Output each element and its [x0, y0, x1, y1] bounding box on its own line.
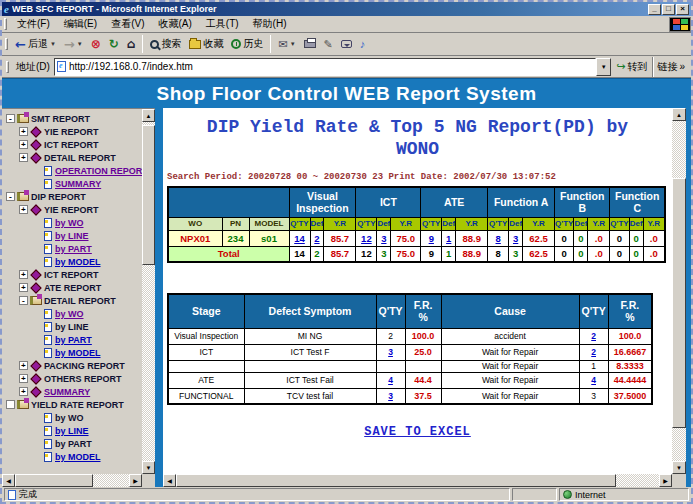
tree-vertical-scrollbar[interactable]: ▲ ▼: [142, 109, 155, 474]
go-button[interactable]: ↪ 转到: [611, 57, 652, 77]
discuss-button[interactable]: [337, 34, 356, 54]
tree-horizontal-scrollbar[interactable]: ◀ ▶: [2, 474, 142, 487]
qty-value-link[interactable]: 3: [388, 347, 393, 357]
tree-expand-toggle[interactable]: +: [19, 205, 28, 214]
home-button[interactable]: ⌂: [123, 34, 140, 54]
tree-expand-toggle[interactable]: [6, 400, 15, 409]
tree-item-label[interactable]: by MODEL: [55, 257, 101, 267]
report-hscroll-thumb[interactable]: [176, 474, 616, 487]
menu-a[interactable]: 收藏(A): [151, 16, 198, 32]
tree-item-label[interactable]: YIE REPORT: [44, 205, 99, 215]
address-input[interactable]: http://192.168.0.7/index.htm: [54, 58, 596, 76]
tree-expand-toggle[interactable]: -: [6, 114, 15, 123]
tree-item-label[interactable]: by PART: [55, 439, 92, 449]
tree-item-label[interactable]: by LINE: [55, 231, 89, 241]
qty-value-link[interactable]: 14: [294, 233, 305, 244]
menu-v[interactable]: 查看(V): [104, 16, 151, 32]
tree-item-label[interactable]: OTHERS REPORT: [44, 374, 122, 384]
mail-button[interactable]: ✉▼: [274, 34, 299, 54]
tree-item-label[interactable]: by PART: [55, 244, 92, 254]
tree-expand-toggle[interactable]: +: [19, 127, 28, 136]
tree-item-label[interactable]: by WO: [55, 413, 84, 423]
edit-button[interactable]: ✎: [320, 34, 337, 54]
tree-item-label[interactable]: by WO: [55, 218, 84, 228]
menu-h[interactable]: 帮助(H): [246, 16, 294, 32]
tree-expand-toggle[interactable]: +: [19, 374, 28, 383]
save-to-excel-link[interactable]: SAVE TO EXCEL: [364, 425, 471, 439]
tree-item-label[interactable]: by PART: [55, 335, 92, 345]
cause-qty-value-link[interactable]: 4: [591, 375, 596, 385]
tree-hscroll-thumb[interactable]: [15, 474, 93, 487]
tree-item-label[interactable]: OPERATION REPORT: [55, 166, 142, 176]
menu-t[interactable]: 工具(T): [199, 16, 246, 32]
scroll-left-icon[interactable]: ◀: [163, 474, 176, 487]
refresh-button[interactable]: ↻: [105, 34, 123, 54]
forward-dropdown-icon[interactable]: ▼: [77, 41, 83, 47]
tree-item-label[interactable]: ICT REPORT: [44, 270, 99, 280]
scroll-right-icon[interactable]: ▶: [659, 474, 672, 487]
cause-qty-value-link[interactable]: 2: [591, 331, 596, 341]
tree-expand-toggle[interactable]: +: [19, 270, 28, 279]
favorites-button[interactable]: 收藏: [185, 34, 227, 54]
back-dropdown-icon[interactable]: ▼: [50, 41, 56, 47]
tree-vscroll-thumb[interactable]: [142, 125, 155, 265]
tree-expand-toggle[interactable]: +: [19, 140, 28, 149]
back-button[interactable]: ← 后退 ▼: [11, 34, 60, 54]
tree-item-label[interactable]: SMT REPORT: [31, 114, 90, 124]
minimize-button[interactable]: _: [648, 4, 661, 15]
report-vertical-scrollbar[interactable]: ▲ ▼: [672, 108, 686, 474]
tree-expand-toggle[interactable]: +: [19, 387, 28, 396]
stop-button[interactable]: ⊗: [87, 34, 105, 54]
tree-item-label[interactable]: SUMMARY: [55, 179, 101, 189]
tree-item-label[interactable]: YIELD RATE REPORT: [31, 400, 124, 410]
tree-item-label[interactable]: SUMMARY: [44, 387, 90, 397]
def-value-link[interactable]: 3: [381, 233, 386, 244]
tree-item-label[interactable]: YIE REPORT: [44, 127, 99, 137]
media-button[interactable]: ♪: [356, 34, 370, 54]
def-value-link[interactable]: 2: [314, 233, 319, 244]
tree-item-label[interactable]: DETAIL REPORT: [44, 296, 116, 306]
cause-qty-value-link[interactable]: 2: [591, 347, 596, 357]
tree-item-label[interactable]: ATE REPORT: [44, 283, 101, 293]
tree-item-label[interactable]: DETAIL REPORT: [44, 153, 116, 163]
scroll-up-icon[interactable]: ▲: [142, 109, 155, 122]
tree-expand-toggle[interactable]: +: [19, 361, 28, 370]
print-button[interactable]: [300, 34, 320, 54]
tree-item-label[interactable]: by MODEL: [55, 348, 101, 358]
tree-expand-toggle[interactable]: -: [19, 296, 28, 305]
links-button[interactable]: 链接 »: [652, 57, 689, 77]
qty-value-link[interactable]: 9: [429, 233, 434, 244]
def-value-link[interactable]: 3: [513, 233, 518, 244]
qty-value-link[interactable]: 8: [496, 233, 501, 244]
scroll-left-icon[interactable]: ◀: [2, 474, 15, 487]
mail-dropdown-icon[interactable]: ▼: [290, 41, 296, 47]
address-dropdown-icon[interactable]: ▼: [596, 58, 611, 76]
close-button[interactable]: ×: [676, 4, 689, 15]
tree-item-label[interactable]: DIP REPORT: [31, 192, 86, 202]
tree-expand-toggle[interactable]: -: [6, 192, 15, 201]
scroll-down-icon[interactable]: ▼: [142, 461, 155, 474]
def-value-link[interactable]: 1: [446, 233, 451, 244]
report-horizontal-scrollbar[interactable]: ◀ ▶: [163, 474, 672, 487]
forward-button[interactable]: → ▼: [60, 34, 87, 54]
history-button[interactable]: 历史: [227, 34, 267, 54]
qty-value-link[interactable]: 12: [361, 233, 372, 244]
tree-expand-toggle[interactable]: +: [19, 283, 28, 292]
tree-item-label[interactable]: by LINE: [55, 426, 89, 436]
scroll-down-icon[interactable]: ▼: [672, 461, 686, 474]
qty-value-link[interactable]: 3: [388, 391, 393, 401]
frame-divider[interactable]: [155, 108, 163, 487]
search-button[interactable]: 搜索: [146, 34, 185, 54]
menu-f[interactable]: 文件(F): [10, 16, 57, 32]
tree-item-label[interactable]: by WO: [55, 309, 84, 319]
report-vscroll-thumb[interactable]: [672, 178, 686, 428]
tree-item-label[interactable]: ICT REPORT: [44, 140, 99, 150]
tree-item-label[interactable]: by LINE: [55, 322, 89, 332]
tree-expand-toggle[interactable]: +: [19, 153, 28, 162]
tree-item-label[interactable]: PACKING REPORT: [44, 361, 125, 371]
tree-item-label[interactable]: by MODEL: [55, 452, 101, 462]
scroll-up-icon[interactable]: ▲: [672, 108, 686, 121]
restore-button[interactable]: □: [662, 4, 675, 15]
qty-value-link[interactable]: 4: [388, 375, 393, 385]
menu-e[interactable]: 编辑(E): [57, 16, 104, 32]
